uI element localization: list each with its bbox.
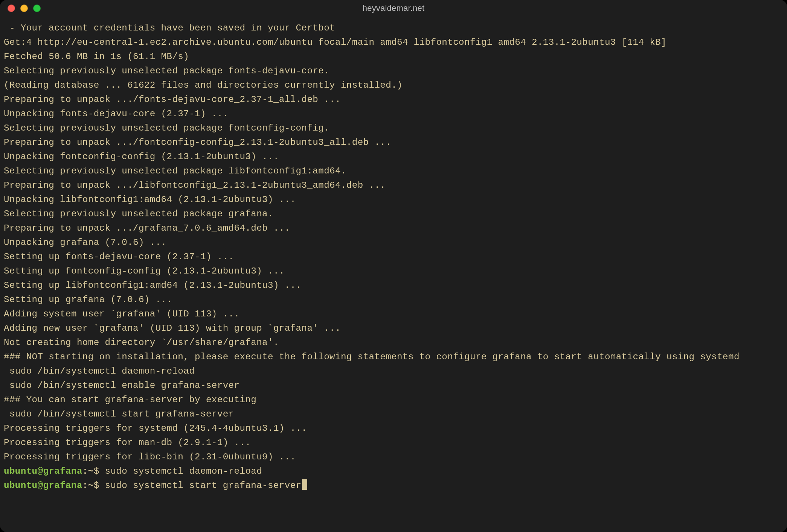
terminal-window: heyvaldemar.net - Your account credentia… bbox=[0, 0, 787, 532]
close-icon[interactable] bbox=[8, 5, 15, 12]
traffic-lights bbox=[8, 0, 41, 17]
terminal-output[interactable]: - Your account credentials have been sav… bbox=[0, 17, 787, 532]
prompt-at: @ bbox=[38, 480, 43, 491]
minimize-icon[interactable] bbox=[20, 5, 28, 12]
prompt-path: :~ bbox=[82, 480, 94, 491]
titlebar: heyvaldemar.net bbox=[0, 0, 787, 17]
prompt-dollar: $ bbox=[94, 466, 99, 476]
fullscreen-icon[interactable] bbox=[33, 5, 41, 12]
prompt-host: grafana bbox=[43, 480, 82, 491]
window-title: heyvaldemar.net bbox=[363, 3, 424, 13]
prompt-path: :~ bbox=[82, 466, 94, 476]
prompt-host: grafana bbox=[43, 466, 82, 476]
prompt-at: @ bbox=[38, 466, 43, 476]
cursor-icon bbox=[302, 479, 307, 490]
prompt-user: ubuntu bbox=[4, 466, 38, 476]
prompt-dollar: $ bbox=[94, 480, 99, 491]
prompt-user: ubuntu bbox=[4, 480, 38, 491]
